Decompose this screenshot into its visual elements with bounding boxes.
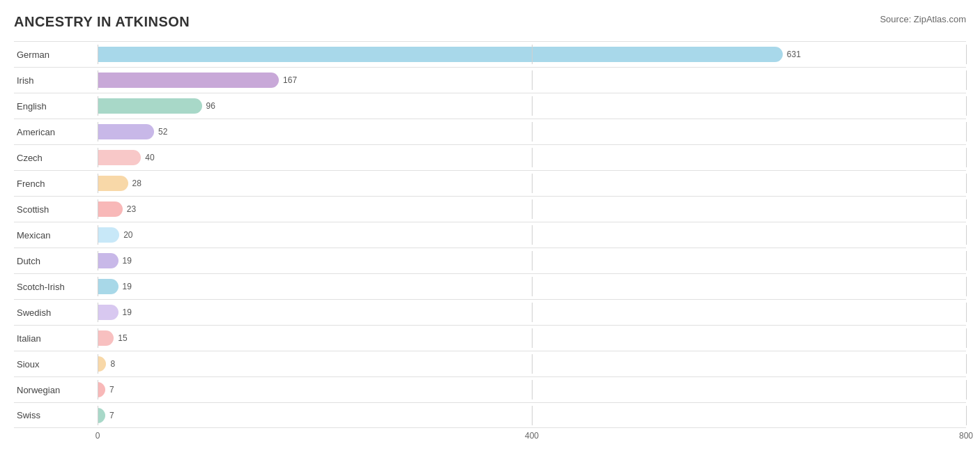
table-row: Mexican20 [14,222,966,248]
bar-label: Scottish [14,204,98,215]
bar-cell: 23 [98,199,966,219]
xaxis-tick: 400 [525,431,539,441]
bar-value-label: 52 [158,127,167,137]
bar-value-label: 19 [123,307,132,317]
table-row: Swedish19 [14,299,966,325]
bar-cell: 7 [98,380,966,399]
chart-title: ANCESTRY IN ATKINSON [14,14,190,30]
bar-cell: 20 [98,225,966,245]
bar-label: American [14,127,98,137]
table-row: French28 [14,170,966,196]
table-row: Norwegian7 [14,376,966,402]
table-row: German631 [14,41,966,67]
bar-cell: 40 [98,148,966,167]
table-row: Scottish23 [14,196,966,222]
table-row: Swiss7 [14,402,966,428]
bar-cell: 7 [98,406,966,425]
bar-cell: 19 [98,277,966,296]
chart-area: German631Irish167English96American52Czec… [14,41,966,428]
bar-cell: 52 [98,122,966,142]
bar-value-label: 8 [110,359,115,369]
table-row: Scotch-Irish19 [14,273,966,299]
x-axis: 0400800 [98,431,966,445]
xaxis-tick: 0 [95,431,100,441]
table-row: English96 [14,93,966,119]
bar-value-label: 23 [127,204,136,214]
bar-value-label: 96 [206,101,215,111]
bar-cell: 631 [98,45,966,64]
bar-value-label: 40 [145,153,154,162]
bar-label: Sioux [14,359,98,370]
chart-header: ANCESTRY IN ATKINSON Source: ZipAtlas.co… [14,14,966,30]
bar-label: Swedish [14,307,98,318]
bar-label: German [14,50,98,60]
table-row: Sioux8 [14,351,966,376]
bar-cell: 8 [98,354,966,374]
bar-value-label: 7 [109,385,114,395]
bar-label: Norwegian [14,385,98,395]
bar-cell: 19 [98,251,966,271]
bar-value-label: 28 [132,178,141,188]
bar-value-label: 167 [283,75,297,85]
table-row: Irish167 [14,67,966,93]
bar-value-label: 631 [787,50,801,59]
bar-label: French [14,178,98,189]
bar-value-label: 20 [123,230,132,240]
bar-cell: 167 [98,70,966,90]
bar-value-label: 19 [123,282,132,291]
table-row: Italian15 [14,325,966,351]
bar-cell: 96 [98,96,966,116]
bar-value-label: 15 [118,333,127,343]
bar-label: Czech [14,153,98,163]
bar-label: English [14,101,98,112]
table-row: Czech40 [14,144,966,170]
table-row: American52 [14,119,966,144]
chart-source: Source: ZipAtlas.com [880,14,966,24]
bar-label: Italian [14,333,98,344]
bar-label: Irish [14,75,98,86]
table-row: Dutch19 [14,248,966,273]
bar-value-label: 7 [109,411,114,420]
bar-cell: 19 [98,303,966,322]
bar-label: Dutch [14,256,98,266]
bar-label: Mexican [14,230,98,241]
xaxis-tick: 800 [959,431,973,441]
bar-label: Scotch-Irish [14,282,98,292]
bar-cell: 15 [98,328,966,348]
bar-label: Swiss [14,410,98,420]
bar-value-label: 19 [123,256,132,266]
bar-cell: 28 [98,174,966,193]
